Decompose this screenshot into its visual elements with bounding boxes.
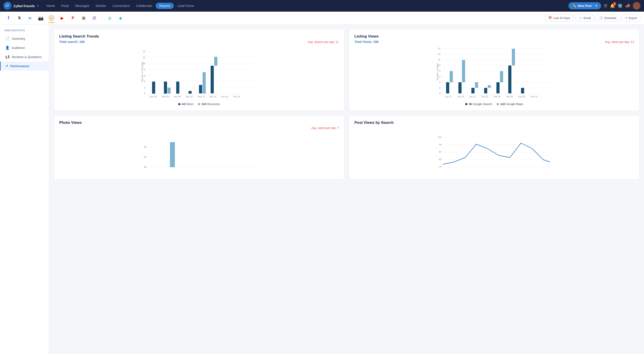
- svg-text:Feb 04: Feb 04: [493, 95, 500, 98]
- export-icon: ↗: [625, 16, 627, 20]
- svg-text:Nov 06: Nov 06: [162, 95, 169, 98]
- social-bar: f 𝕏 in 📷 G ▶ P ⊞ @ ◎ ◈ 📅 Last 15 Days ✉️…: [0, 12, 644, 24]
- social-youtube-button[interactable]: ▶: [57, 13, 67, 23]
- svg-rect-24: [202, 72, 206, 94]
- top-navigation: ZT ZylkerTravels ▾ Home Posts Messages M…: [0, 0, 644, 12]
- social-gmb-button[interactable]: G: [46, 13, 56, 23]
- svg-text:Feb 08: Feb 08: [518, 95, 525, 98]
- svg-text:6: 6: [144, 74, 145, 77]
- svg-rect-61: [488, 85, 491, 88]
- nav-home[interactable]: Home: [44, 3, 58, 9]
- schedule-button[interactable]: 🕐 Schedule: [596, 14, 620, 21]
- nav-posts[interactable]: Posts: [58, 3, 72, 9]
- svg-text:Jan 29: Jan 29: [457, 95, 464, 98]
- svg-text:52: 52: [144, 156, 146, 158]
- sidebar-item-performance[interactable]: ↗ Performance: [0, 61, 49, 71]
- brand-logo-area[interactable]: ZT ZylkerTravels ▾: [4, 2, 38, 10]
- sidebar-section-title: GMB REPORTS: [0, 29, 49, 34]
- svg-rect-22: [188, 91, 192, 94]
- charts-grid: Listing Search Trends Total search: 168 …: [54, 29, 640, 179]
- date-range-button[interactable]: 📅 Last 15 Days: [545, 14, 574, 21]
- menu-icon[interactable]: ☰: [604, 3, 607, 8]
- svg-text:Feb 06: Feb 06: [506, 95, 513, 98]
- user-avatar[interactable]: [633, 2, 640, 9]
- notification-count: 2: [613, 2, 616, 5]
- listing-search-legend: 44 Direct 124 Discovery: [59, 102, 339, 106]
- svg-rect-25: [211, 66, 214, 93]
- nav-connections[interactable]: Connections: [110, 3, 132, 9]
- svg-rect-64: [508, 65, 512, 93]
- calendar-icon: 📅: [548, 16, 552, 20]
- svg-text:Nov 12: Nov 12: [198, 95, 205, 98]
- svg-text:Nov 04: Nov 04: [150, 95, 157, 98]
- svg-rect-57: [462, 60, 465, 82]
- svg-text:8: 8: [144, 68, 145, 71]
- social-icon-list: f 𝕏 in 📷 G ▶ P ⊞ @ ◎ ◈: [4, 13, 126, 23]
- svg-text:101: 101: [438, 136, 442, 139]
- social-microsoft-button[interactable]: ⊞: [79, 13, 88, 23]
- svg-text:0: 0: [144, 92, 145, 94]
- megaphone-icon[interactable]: 📣: [625, 3, 630, 8]
- email-icon: ✉️: [579, 16, 582, 20]
- nav-collaborate[interactable]: Collaborate: [134, 3, 155, 9]
- social-pinterest-button[interactable]: P: [68, 13, 78, 23]
- svg-text:G: G: [50, 16, 52, 20]
- legend-google-maps: 142 Google Maps: [497, 102, 523, 106]
- nav-monitor[interactable]: Monitor: [93, 3, 109, 9]
- social-instagram-button[interactable]: 📷: [36, 13, 46, 23]
- legend-dot-google-search: [465, 103, 467, 105]
- svg-rect-63: [500, 71, 503, 82]
- svg-text:94: 94: [439, 143, 442, 146]
- sidebar-item-summary[interactable]: 📄 Summary: [0, 34, 49, 43]
- svg-text:80: 80: [439, 158, 442, 161]
- social-extra2-button[interactable]: ◈: [116, 13, 126, 23]
- listing-views-avg: Avg. views per day: 13: [605, 40, 634, 43]
- social-facebook-button[interactable]: f: [4, 13, 14, 23]
- legend-google-search: 56 Google Search: [465, 102, 492, 106]
- sidebar-item-reviews-questions[interactable]: 📢 Reviews & Questions: [0, 52, 49, 61]
- brand-logo: ZT: [4, 2, 12, 10]
- svg-text:56: 56: [144, 145, 146, 148]
- legend-discovery: 124 Discovery: [198, 102, 220, 106]
- post-views-chart: 73 80 87 94 101: [354, 126, 634, 171]
- email-button[interactable]: ✉️ Email: [575, 14, 594, 21]
- svg-rect-55: [450, 71, 453, 82]
- svg-rect-21: [176, 82, 179, 94]
- brand-name: ZylkerTravels: [14, 4, 35, 8]
- svg-text:Nov 08: Nov 08: [174, 95, 181, 98]
- svg-rect-19: [164, 82, 167, 94]
- nav-reports[interactable]: Reports: [156, 3, 174, 9]
- social-twitter-x-button[interactable]: 𝕏: [14, 13, 24, 23]
- listing-views-card: Listing Views Total Views: 198 Avg. view…: [349, 29, 640, 111]
- svg-rect-18: [152, 82, 155, 94]
- svg-text:Number of Searches: Number of Searches: [141, 61, 144, 82]
- social-extra1-button[interactable]: ◎: [105, 13, 115, 23]
- new-post-button[interactable]: ✏️ New Post ▾: [568, 2, 601, 9]
- svg-rect-66: [521, 88, 524, 93]
- legend-direct: 44 Direct: [178, 102, 194, 106]
- social-threads-button[interactable]: @: [90, 13, 99, 23]
- post-views-card: Post Views by Search 73 80 87 94 101: [349, 115, 640, 179]
- svg-text:12: 12: [438, 58, 440, 61]
- listing-views-total: Total Views: 198: [354, 40, 378, 43]
- brand-dropdown-chevron[interactable]: ▾: [37, 4, 38, 7]
- nav-messages[interactable]: Messages: [72, 3, 92, 9]
- sidebar-item-audience[interactable]: 👤 Audience: [0, 43, 49, 52]
- svg-text:4: 4: [439, 81, 440, 83]
- listing-views-chart: 0 2 4 6 8 10 12 14 16: [354, 47, 634, 99]
- svg-text:87: 87: [439, 151, 442, 153]
- export-button[interactable]: ↗ Export: [622, 14, 640, 21]
- listing-search-total: Total search: 168: [59, 40, 84, 43]
- social-linkedin-button[interactable]: in: [25, 13, 35, 23]
- settings-icon[interactable]: ⚙️: [618, 3, 622, 8]
- clock-icon: 🕐: [599, 16, 603, 20]
- svg-rect-20: [168, 88, 170, 94]
- trending-icon: ↗: [5, 64, 8, 68]
- notifications-button[interactable]: 🔔 2: [610, 3, 615, 8]
- nav-lead-forms[interactable]: Lead Forms: [175, 3, 197, 9]
- svg-text:Nov 14: Nov 14: [209, 95, 216, 98]
- sidebar: GMB REPORTS 📄 Summary 👤 Audience 📢 Revie…: [0, 24, 49, 354]
- svg-text:2: 2: [439, 86, 440, 89]
- svg-text:2: 2: [144, 86, 145, 89]
- new-post-dropdown-arrow[interactable]: ▾: [594, 4, 597, 7]
